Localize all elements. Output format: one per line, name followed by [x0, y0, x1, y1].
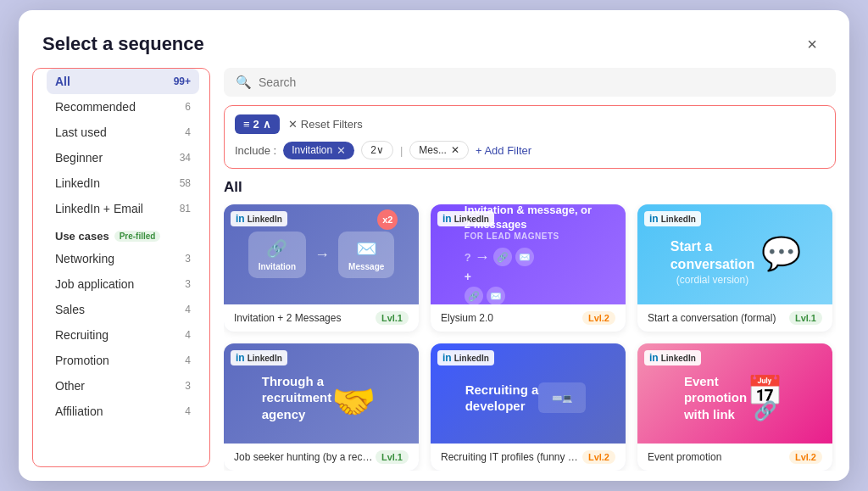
close-button[interactable]: ×	[798, 31, 826, 58]
search-input[interactable]	[259, 75, 824, 89]
filter-top: ≡ 2 ∧ ✕ Reset Filters	[235, 114, 825, 134]
sidebar-item-linkedin-email[interactable]: LinkedIn + Email 81	[47, 196, 199, 221]
filter-bar: ≡ 2 ∧ ✕ Reset Filters Include : Invitati…	[224, 105, 836, 169]
sidebar-item-recruiting[interactable]: Recruiting 4	[47, 322, 199, 348]
sidebar-item-last-used[interactable]: Last used 4	[47, 120, 199, 145]
card-event-promotion[interactable]: in LinkedIn Eventpromotionwith link 📅 🔗	[637, 343, 832, 471]
sidebar-item-sales[interactable]: Sales 4	[47, 297, 199, 322]
use-cases-label: Use cases Pre-filled	[47, 221, 199, 246]
modal-header: Select a sequence ×	[19, 10, 849, 58]
filter-tag-mes[interactable]: Mes... ✕	[409, 141, 469, 159]
card-footer-3: Start a conversation (formal) Lvl.1	[637, 304, 832, 332]
card-image-4: in LinkedIn Through arecruitmentagency 🤝	[224, 343, 419, 444]
search-icon: 🔍	[236, 75, 252, 90]
sidebar-item-recommended[interactable]: Recommended 6	[47, 94, 199, 120]
remove-invitation-icon[interactable]: ✕	[337, 144, 346, 157]
card-footer-5: Recruiting IT profiles (funny approach) …	[431, 444, 626, 471]
add-filter-button[interactable]: + Add Filter	[476, 144, 531, 157]
card-image-6: in LinkedIn Eventpromotionwith link 📅 🔗	[637, 343, 832, 444]
card-image-2: in LinkedIn Invitation & message, or2 me…	[431, 204, 626, 304]
sidebar-item-other[interactable]: Other 3	[47, 373, 199, 399]
sidebar-item-job-application[interactable]: Job application 3	[47, 271, 199, 297]
card-invitation-2-messages[interactable]: in LinkedIn 🔗 Invitation →	[224, 204, 419, 332]
card-elysium[interactable]: in LinkedIn Invitation & message, or2 me…	[431, 204, 626, 332]
filter-bottom: Include : Invitation ✕ 2∨ | Mes... ✕ + A…	[235, 141, 825, 159]
filter-separator: |	[400, 144, 403, 157]
sidebar-item-all[interactable]: All 99+	[47, 69, 199, 94]
sidebar-item-beginner[interactable]: Beginner 34	[47, 145, 199, 170]
card-recruiting-developer[interactable]: in LinkedIn Recruiting adeveloper ⌨️💻	[431, 343, 626, 471]
chevron-up-icon: ∧	[263, 118, 271, 131]
remove-mes-icon[interactable]: ✕	[451, 144, 459, 156]
sidebar: All 99+ Recommended 6 Last used 4 Beginn…	[32, 68, 210, 467]
modal: Select a sequence × All 99+ Recommended …	[19, 10, 849, 481]
modal-title: Select a sequence	[42, 33, 204, 55]
filter-lines-icon: ≡	[243, 118, 250, 131]
main-content: 🔍 ≡ 2 ∧ ✕ Reset Filters Inc	[210, 68, 849, 471]
search-bar: 🔍	[224, 68, 836, 97]
cards-grid: in LinkedIn 🔗 Invitation →	[224, 204, 836, 471]
sidebar-item-networking[interactable]: Networking 3	[47, 246, 199, 271]
reset-filters-button[interactable]: ✕ Reset Filters	[288, 118, 363, 131]
card-image-1: in LinkedIn 🔗 Invitation →	[224, 204, 419, 304]
card-image-3: in LinkedIn Start aconversation (cordial…	[637, 204, 832, 304]
sidebar-item-linkedin[interactable]: LinkedIn 58	[47, 170, 199, 196]
filter-tag-2or[interactable]: 2∨	[361, 141, 393, 159]
section-title: All	[224, 179, 836, 196]
filter-tag-invitation[interactable]: Invitation ✕	[283, 142, 354, 159]
x2-badge: x2	[377, 209, 398, 230]
card-start-conversation[interactable]: in LinkedIn Start aconversation (cordial…	[637, 204, 832, 332]
card-footer-4: Job seeker hunting (by a recruitment Lvl…	[224, 444, 419, 471]
sidebar-item-affiliation[interactable]: Affiliation 4	[47, 399, 199, 424]
filter-count-button[interactable]: ≡ 2 ∧	[235, 114, 280, 134]
card-footer-1: Invitation + 2 Messages Lvl.1	[224, 304, 419, 332]
close-icon: ✕	[288, 118, 298, 131]
card-footer-2: Elysium 2.0 Lvl.2	[431, 304, 626, 332]
card-footer-6: Event promotion Lvl.2	[637, 444, 832, 471]
modal-body: All 99+ Recommended 6 Last used 4 Beginn…	[19, 58, 849, 481]
card-recruitment-agency[interactable]: in LinkedIn Through arecruitmentagency 🤝…	[224, 343, 419, 471]
sidebar-item-promotion[interactable]: Promotion 4	[47, 348, 199, 373]
card-image-5: in LinkedIn Recruiting adeveloper ⌨️💻	[431, 343, 626, 444]
